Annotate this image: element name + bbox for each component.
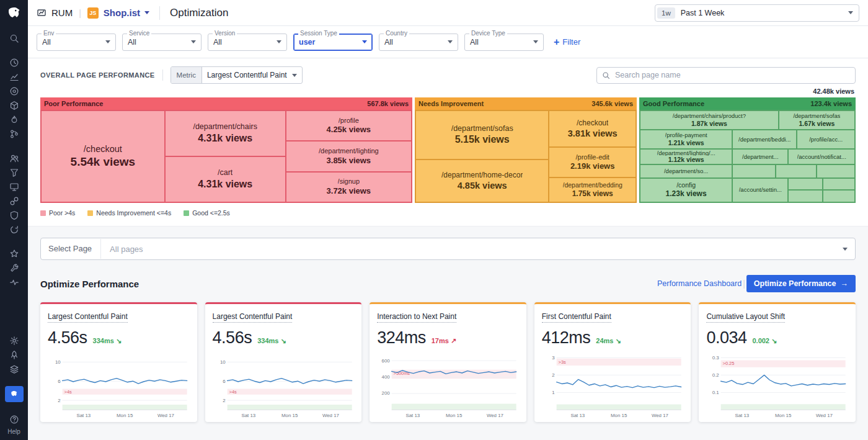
treemap-cell[interactable]: /department/sofas1.67k views [779, 110, 855, 130]
treemap-cell[interactable] [788, 190, 823, 202]
treemap-cell[interactable]: /department/sofas5.15k views [415, 110, 549, 159]
treemap-cell[interactable]: /department/lighting3.85k views [286, 141, 412, 171]
cell-views: 3.85k views [327, 156, 371, 166]
security-icon[interactable] [5, 208, 24, 222]
plus-icon: + [554, 37, 559, 47]
overview-header: OVERALL PAGE PERFORMANCE Metric Largest … [40, 66, 856, 84]
page-select[interactable]: Select Page All pages [40, 238, 856, 260]
filter-country[interactable]: CountryAll [379, 34, 458, 51]
treemap-cell[interactable]: /department/chairs4.31k views [165, 110, 286, 156]
treemap-cell[interactable]: /account/settin... [732, 178, 788, 202]
svg-text:6: 6 [58, 379, 61, 384]
treemap-cell[interactable]: /checkout5.54k views [41, 110, 165, 202]
treemap-cell[interactable]: /profile4.25k views [286, 110, 412, 141]
filter-version[interactable]: VersionAll [208, 34, 287, 51]
treemap-cell[interactable]: /signup3.72k views [286, 172, 412, 202]
legend-swatch [184, 210, 189, 216]
cell-page-name: /department/bedding [563, 181, 622, 189]
rum-product-icon [37, 8, 46, 18]
search-box[interactable] [596, 67, 856, 84]
treemap-cell[interactable]: /department... [732, 149, 788, 164]
treemap-cell[interactable]: /profile/acc... [797, 130, 855, 149]
svg-text:Mon 15: Mon 15 [775, 413, 792, 418]
history-icon[interactable] [5, 55, 24, 70]
integrations-icon[interactable] [5, 194, 24, 208]
dashboards-icon[interactable] [5, 70, 24, 84]
treemap-cell[interactable]: /department/lighting/...1.12k views [640, 149, 732, 164]
arrow-right-icon: → [841, 279, 849, 288]
app-selector[interactable]: Shop.ist [104, 7, 149, 18]
add-filter-button[interactable]: +Filter [550, 37, 584, 48]
service-management-icon[interactable] [5, 261, 24, 275]
svg-text:0.1: 0.1 [712, 390, 719, 395]
treemap-cell[interactable]: /cart4.31k views [165, 156, 286, 202]
time-range-badge: 1w [657, 7, 675, 19]
apm-icon[interactable] [5, 112, 24, 127]
datadog-bits-icon[interactable] [5, 386, 24, 402]
help-label[interactable]: Help [7, 428, 20, 435]
treemap-cell[interactable]: /account/notificat... [788, 149, 855, 164]
metric-select[interactable]: Metric Largest Contentful Paint [170, 66, 303, 84]
svg-text:>0.25: >0.25 [723, 361, 735, 366]
treemap-cell[interactable]: /config1.23k views [640, 178, 732, 202]
optimize-performance-button[interactable]: Optimize Performance → [746, 275, 856, 292]
treemap-cell[interactable]: /profile-edit2.19k views [549, 147, 636, 177]
log-management-icon[interactable] [5, 165, 24, 179]
svg-text:Wed 17: Wed 17 [816, 413, 833, 418]
help-icon[interactable] [5, 412, 24, 426]
rum-icon[interactable] [5, 151, 24, 165]
treemap-cell[interactable]: /department/home-decor4.85k views [415, 159, 549, 202]
treemap-cell[interactable]: /department/bedding1.75k views [549, 177, 636, 202]
organization-icon[interactable] [5, 362, 24, 376]
filter-label: Device Type [469, 30, 507, 37]
filter-session-type[interactable]: Session Typeuser [293, 34, 373, 51]
monitors-icon[interactable] [5, 179, 24, 194]
treemap-cell[interactable] [788, 178, 823, 191]
page-select-label: Select Page [48, 239, 101, 259]
filter-device-type[interactable]: Device TypeAll [464, 34, 544, 51]
performance-dashboard-link[interactable]: Performance Dashboard [657, 279, 742, 288]
chevron-down-icon [191, 40, 196, 43]
divider: | [79, 8, 81, 18]
cell-page-name: /account/notificat... [797, 153, 846, 161]
time-range-select[interactable]: 1w Past 1 Week [655, 4, 859, 22]
quick-start-icon[interactable] [5, 348, 24, 362]
add-filter-label: Filter [562, 37, 580, 47]
treemap-cell[interactable] [732, 164, 775, 177]
treemap-cell[interactable] [776, 164, 817, 177]
treemap-cell[interactable]: /department/so... [640, 164, 732, 177]
metric-sparkline-chart: 200400600>500msSat 13Mon 15Wed 17 [377, 349, 519, 420]
filter-service[interactable]: ServiceAll [122, 34, 202, 51]
metric-label: Metric [171, 67, 202, 83]
search-icon[interactable] [5, 31, 24, 45]
filter-bar: EnvAllServiceAllVersionAllSession Typeus… [28, 26, 868, 58]
divider [162, 70, 163, 81]
sidebar: Help [0, 0, 28, 440]
treemap-cell[interactable]: /profile-payment1.21k views [640, 130, 732, 149]
metric-card-title: Interaction to Next Paint [377, 312, 456, 323]
filter-env[interactable]: EnvAll [37, 34, 116, 51]
svg-text:Wed 17: Wed 17 [157, 413, 174, 418]
treemap-group-body: /checkout5.54k views/department/chairs4.… [40, 110, 412, 203]
datadog-logo-icon[interactable] [6, 5, 22, 24]
treemap-cell[interactable]: /department/beddi... [732, 130, 797, 149]
treemap-cell[interactable]: /checkout3.81k views [549, 110, 636, 147]
cell-views: 2.19k views [570, 161, 615, 171]
treemap-cell[interactable] [823, 190, 855, 202]
ci-pipelines-icon[interactable] [5, 127, 24, 141]
profiling-icon[interactable] [5, 275, 24, 289]
metric-value-large: 0.034 [706, 328, 746, 348]
settings-icon[interactable] [5, 333, 24, 348]
error-tracking-icon[interactable] [5, 246, 24, 261]
synthetics-icon[interactable] [5, 222, 24, 236]
search-input[interactable] [614, 70, 850, 80]
metric-value-large: 4.56s [48, 328, 87, 348]
watchdog-icon[interactable] [5, 84, 24, 98]
infrastructure-icon[interactable] [5, 98, 24, 112]
treemap-cell[interactable]: /department/chairs/product?1.87k views [640, 110, 779, 130]
treemap-cell[interactable] [823, 178, 855, 191]
legend-item: Good <=2.5s [184, 209, 230, 217]
svg-text:0.3: 0.3 [712, 355, 720, 361]
cell-page-name: /department/so... [664, 168, 708, 175]
treemap-cell[interactable] [817, 164, 855, 177]
